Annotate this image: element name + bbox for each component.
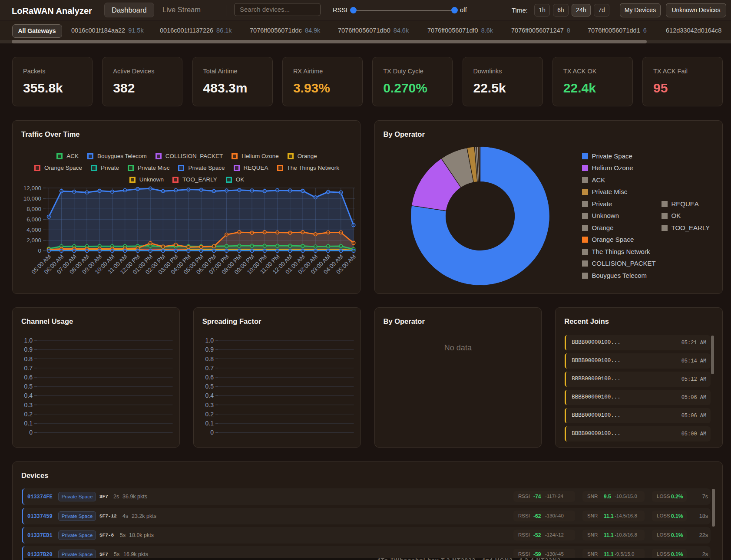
svg-text:6,000: 6,000 [26, 216, 41, 223]
svg-text:4,000: 4,000 [26, 227, 41, 233]
svg-text:0: 0 [29, 429, 33, 436]
svg-text:0.4: 0.4 [205, 392, 214, 399]
svg-text:0.8: 0.8 [205, 356, 214, 362]
svg-text:0.4: 0.4 [24, 392, 33, 399]
svg-text:8,000: 8,000 [26, 206, 41, 212]
svg-text:0.5: 0.5 [205, 383, 214, 390]
svg-text:2,000: 2,000 [26, 237, 41, 244]
svg-text:0.3: 0.3 [24, 402, 33, 408]
svg-text:0.6: 0.6 [24, 374, 33, 381]
svg-text:1.0: 1.0 [24, 337, 33, 344]
svg-text:0.9: 0.9 [205, 346, 214, 353]
svg-text:0.2: 0.2 [205, 411, 214, 418]
svg-text:0.6: 0.6 [205, 374, 214, 381]
svg-text:0: 0 [210, 429, 214, 436]
svg-text:0.8: 0.8 [24, 356, 33, 362]
svg-text:0.7: 0.7 [205, 365, 214, 372]
svg-text:0.7: 0.7 [24, 365, 33, 372]
svg-text:0.9: 0.9 [24, 346, 33, 353]
svg-text:10,000: 10,000 [23, 195, 41, 202]
svg-text:1.0: 1.0 [205, 337, 214, 344]
svg-text:0.5: 0.5 [24, 383, 33, 390]
svg-text:0.3: 0.3 [205, 402, 214, 408]
svg-text:0: 0 [38, 247, 41, 254]
svg-text:12,000: 12,000 [23, 185, 41, 191]
svg-text:0.1: 0.1 [24, 420, 33, 427]
svg-text:0.1: 0.1 [205, 420, 214, 427]
svg-text:0.2: 0.2 [24, 411, 33, 418]
